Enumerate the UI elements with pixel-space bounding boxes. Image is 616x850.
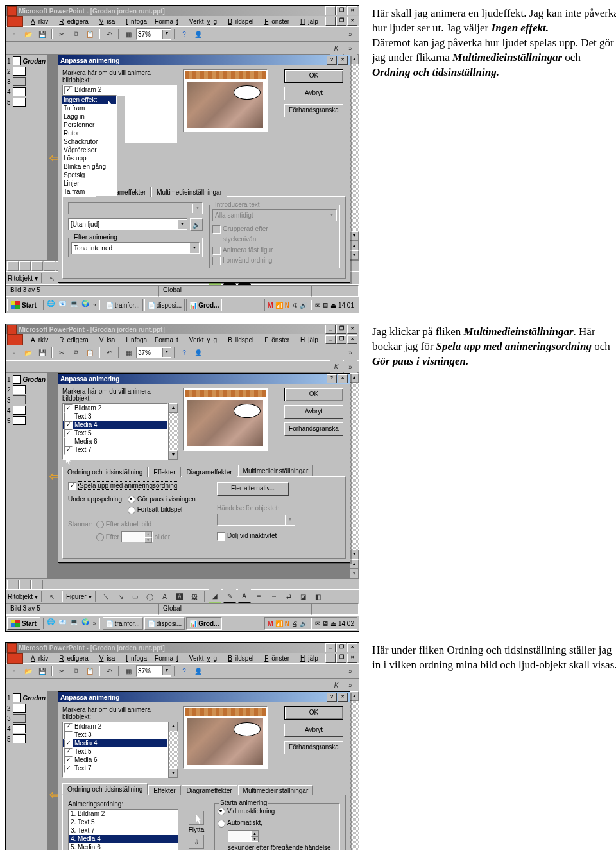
- task-button[interactable]: 📄trainfor...: [103, 299, 143, 311]
- menu-bildspel[interactable]: Bildspel: [221, 336, 257, 344]
- effect-item[interactable]: Schackrutor: [62, 137, 116, 146]
- ql-icon[interactable]: 🌐: [47, 300, 57, 310]
- zoom-combo[interactable]: ▼: [136, 347, 171, 358]
- effect-item[interactable]: Vågrörelser: [62, 146, 116, 154]
- open-icon[interactable]: 📂: [22, 28, 35, 40]
- menu-hjalp[interactable]: Hjälp: [294, 336, 321, 344]
- ql-icon[interactable]: 🌍: [81, 300, 92, 310]
- list-item[interactable]: ✓Media 4: [63, 739, 167, 747]
- ql-icon[interactable]: 💻: [70, 300, 80, 310]
- gorpaus-radio[interactable]: Gör paus i visningen: [128, 496, 196, 503]
- avbryt-button[interactable]: Avbryt: [284, 405, 343, 419]
- new-icon[interactable]: ▫: [8, 28, 21, 40]
- menu-redigera[interactable]: Redigera: [53, 336, 92, 344]
- effect-item[interactable]: Linjer: [62, 179, 116, 187]
- open-icon[interactable]: 📂: [22, 346, 35, 359]
- fler-alternativ-button[interactable]: Fler alternativ...: [217, 482, 289, 496]
- slide-view-icon[interactable]: [31, 261, 43, 271]
- maximize-button[interactable]: ❐: [336, 325, 346, 334]
- menu-visa[interactable]: Visa: [93, 336, 118, 344]
- dialog-help-button[interactable]: ?: [327, 56, 337, 65]
- undo-icon[interactable]: ↶: [103, 28, 116, 40]
- menu-fonster[interactable]: Fönster: [258, 17, 293, 26]
- tab-multi[interactable]: Multimedieinställningar: [238, 465, 314, 476]
- move-down-button[interactable]: ⇩: [189, 835, 204, 849]
- assistant-icon[interactable]: 👤: [192, 346, 205, 359]
- draw-menu[interactable]: Ritobjekt: [8, 275, 33, 282]
- forhandsgranska-button[interactable]: Förhandsgranska: [284, 104, 343, 117]
- list-item[interactable]: ✓Text 7: [63, 446, 167, 454]
- list-item[interactable]: ✓Media 6: [63, 756, 167, 764]
- task-button[interactable]: 📄disposi...: [144, 299, 185, 311]
- vscrollbar[interactable]: ▲▼▴▾: [349, 55, 359, 260]
- after-combo[interactable]: Tona inte ned▼: [71, 242, 200, 254]
- start-button[interactable]: Start: [7, 299, 40, 311]
- cut-icon[interactable]: ✂: [55, 28, 68, 40]
- save-icon[interactable]: 💾: [36, 346, 49, 359]
- avbryt-button[interactable]: Avbryt: [284, 87, 343, 100]
- effect-item[interactable]: Ingen effekt: [62, 96, 116, 104]
- menu-verktyg[interactable]: Verktyg: [186, 336, 220, 344]
- sorter-view-icon[interactable]: [44, 261, 55, 271]
- menu-infoga[interactable]: Infoga: [119, 336, 150, 344]
- vid-radio[interactable]: Vid musklickning: [218, 808, 337, 815]
- insert-icon[interactable]: ▦: [122, 28, 135, 40]
- order-item[interactable]: 3. Text 7: [69, 826, 178, 835]
- menu-fonster[interactable]: Fönster: [258, 336, 293, 344]
- help-icon[interactable]: ?: [178, 346, 191, 359]
- minimize-button[interactable]: _: [325, 325, 336, 334]
- slide-thumb[interactable]: [13, 87, 26, 96]
- move-up-button[interactable]: ⇧: [189, 811, 204, 825]
- effect-item[interactable]: Ta fram: [62, 187, 116, 196]
- menu-redigera[interactable]: Redigera: [53, 17, 92, 26]
- effect-item[interactable]: Blinka en gång: [62, 162, 116, 171]
- list-item[interactable]: Text 3: [63, 412, 167, 421]
- tab-diagram[interactable]: Diagrameffekter: [182, 785, 237, 795]
- doc-restore[interactable]: ❐: [336, 17, 346, 26]
- ok-button[interactable]: OK: [284, 706, 343, 720]
- spela-checkbox[interactable]: ✓Spela upp med animeringsordning: [68, 482, 209, 490]
- start-button[interactable]: Start: [7, 617, 40, 630]
- order-item[interactable]: 5. Media 6: [69, 843, 178, 850]
- avbryt-button[interactable]: Avbryt: [284, 724, 343, 737]
- auto-radio[interactable]: Automatiskt,: [218, 819, 337, 827]
- undo-icon[interactable]: ↶: [103, 346, 116, 359]
- menu-format[interactable]: Format: [151, 336, 185, 344]
- slide-thumb[interactable]: [13, 67, 26, 76]
- paste-icon[interactable]: 📋: [83, 28, 96, 40]
- more2-icon[interactable]: »: [344, 42, 357, 55]
- order-item[interactable]: 1. Bildram 2: [69, 810, 178, 818]
- order-item[interactable]: 4. Media 4: [69, 835, 178, 843]
- menu-arkiv[interactable]: Arkiv: [24, 17, 51, 26]
- outline-view-icon[interactable]: [19, 261, 31, 271]
- doc-close[interactable]: ×: [347, 17, 357, 26]
- order-item[interactable]: 2. Text 5: [69, 818, 178, 826]
- list-item[interactable]: ✓Text 7: [63, 764, 167, 772]
- objects-listbox[interactable]: ✓Bildram 2 Text 3 ✓Media 4 ✓Text 5 ✓Medi…: [62, 722, 168, 778]
- help-icon[interactable]: ?: [178, 28, 191, 40]
- objects-listbox[interactable]: ✓Bildram 2 Text 3 ✓Media 4 ✓Text 5 Media…: [62, 403, 168, 460]
- tab-effekter[interactable]: Effekter: [148, 467, 180, 477]
- forhandsgranska-button[interactable]: Förhandsgranska: [284, 741, 343, 754]
- slide-thumb[interactable]: [13, 98, 26, 107]
- copy-icon[interactable]: ⧉: [69, 28, 82, 40]
- italic-icon[interactable]: K: [330, 42, 343, 55]
- sound-icon[interactable]: 🔊: [190, 218, 203, 231]
- forhandsgranska-button[interactable]: Förhandsgranska: [284, 422, 343, 436]
- menu-bildspel[interactable]: Bildspel: [221, 17, 257, 26]
- sound-combo[interactable]: [Utan ljud]▼: [68, 218, 187, 230]
- more-icon[interactable]: »: [344, 28, 357, 40]
- task-button[interactable]: 📊Grod...: [186, 299, 222, 311]
- effect-item[interactable]: Persienner: [62, 121, 116, 129]
- list-item[interactable]: Text 3: [63, 731, 167, 739]
- list-item[interactable]: ✓Text 5: [63, 747, 167, 756]
- cut-icon[interactable]: ✂: [55, 346, 68, 359]
- slide-thumb[interactable]: [13, 77, 26, 86]
- menu-verktyg[interactable]: Verktyg: [186, 17, 220, 26]
- list-item[interactable]: Media 6: [63, 437, 167, 446]
- tab-ordning[interactable]: Ordning och tidsinställning: [62, 783, 148, 795]
- new-icon[interactable]: ▫: [8, 346, 21, 359]
- tab-diagram[interactable]: Diagrameffekter: [182, 467, 237, 477]
- save-icon[interactable]: 💾: [36, 28, 49, 40]
- copy-icon[interactable]: ⧉: [69, 346, 82, 359]
